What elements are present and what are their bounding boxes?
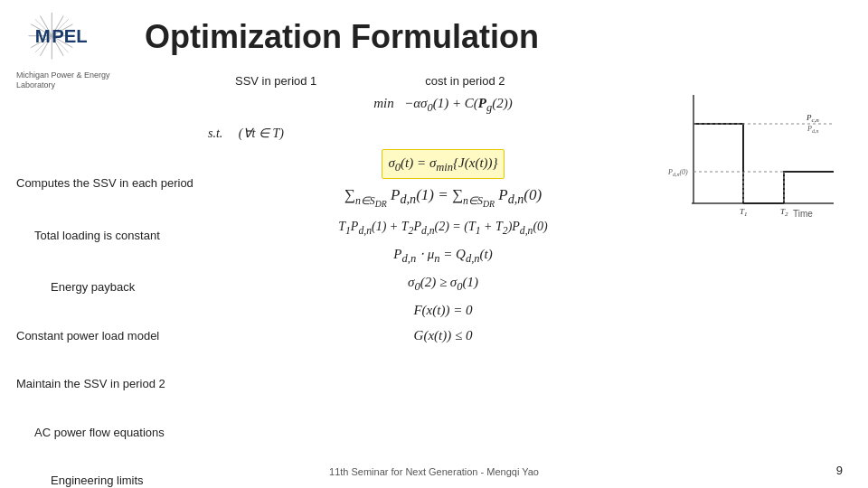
formula-payback: T1Pd,n(1) + T2Pd,n(2) = (T1 + T2)Pd,n(0) — [199, 215, 687, 239]
svg-text:M: M — [35, 26, 51, 46]
formula-st: s.t. (∀t ∈ T) — [208, 122, 687, 144]
svg-text:Time: Time — [793, 209, 813, 219]
svg-text:Pc,n: Pc,n — [806, 113, 819, 124]
label-computes-ssv: Computes the SSV in each period — [16, 172, 211, 195]
labels-area: Computes the SSV in each period Total lo… — [16, 172, 211, 488]
power-chart: Pd,n Time Pd,n(0) Pc,n T1 T2 Pd,n — [666, 86, 843, 226]
mpel-logo: M PEL — [16, 11, 116, 65]
footer-text: 11th Seminar for Next Generation - Mengq… — [0, 466, 868, 477]
svg-text:Pd,n(0): Pd,n(0) — [667, 168, 688, 177]
formula-objective: min −ασ0(1) + C(Pg(2)) — [199, 92, 687, 117]
label-ac-power: AC power flow equations — [16, 421, 211, 445]
subtitle-period2: cost in period 2 — [425, 74, 505, 88]
formula-ssv: σ0(t) = σmin{J(x(t))} — [199, 149, 687, 179]
logo-area: M PEL Michigan Power & Energy Laboratory — [16, 11, 134, 90]
label-maintain-ssv: Maintain the SSV in period 2 — [16, 372, 211, 396]
formula-sum: ∑n∈SDR Pd,n(1) = ∑n∈SDR Pd,n(0) — [199, 183, 687, 211]
svg-text:Pd,n: Pd,n — [807, 125, 818, 134]
label-total-loading: Total loading is constant — [16, 224, 211, 248]
formula-power-flow: F(x(t)) = 0 — [199, 299, 687, 321]
formula-const-power: Pd,n ⋅ μn = Qd,n(t) — [199, 243, 687, 267]
label-const-power: Constant power load model — [16, 324, 211, 348]
svg-text:T2: T2 — [780, 207, 788, 218]
subtitle-row: SSV in period 1 cost in period 2 — [235, 74, 505, 88]
logo-org-name: Michigan Power & Energy Laboratory — [16, 70, 134, 90]
svg-text:T1: T1 — [740, 207, 748, 218]
formula-ssv2: σ0(2) ≥ σ0(1) — [199, 271, 687, 296]
subtitle-period1: SSV in period 1 — [235, 74, 316, 88]
formulas-area: min −ασ0(1) + C(Pg(2)) s.t. (∀t ∈ T) σ0(… — [199, 90, 687, 348]
formula-eng-limits: G(x(t)) ≤ 0 — [199, 324, 687, 346]
page-number: 9 — [836, 464, 843, 477]
chart-area: Pd,n Time Pd,n(0) Pc,n T1 T2 Pd,n — [666, 86, 843, 226]
svg-text:PEL: PEL — [52, 26, 87, 46]
page-title: Optimization Formulation — [145, 18, 539, 56]
label-energy-payback: Energy payback — [16, 276, 211, 299]
